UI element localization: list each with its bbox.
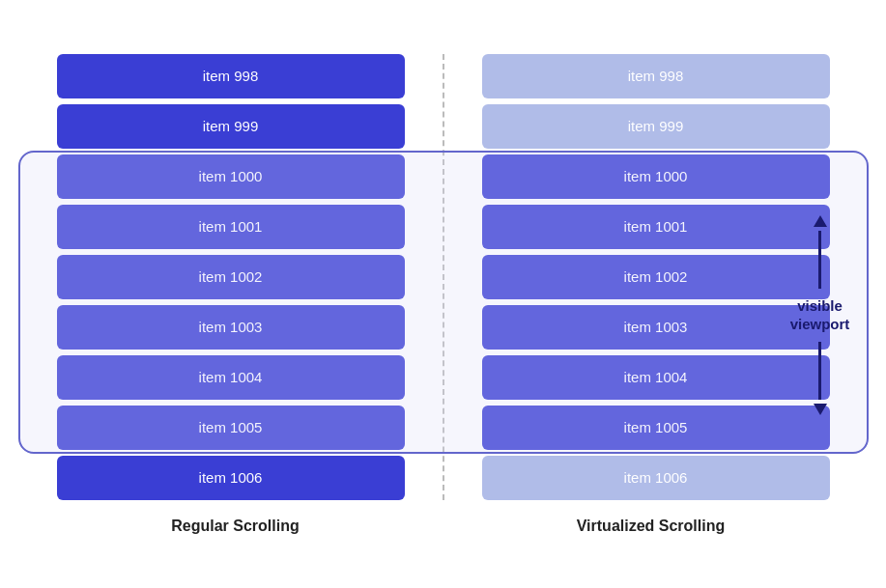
right-item-1002: item 1002 xyxy=(482,255,830,299)
viewport-text: visibleviewport xyxy=(790,296,850,334)
right-item-1001: item 1001 xyxy=(482,205,830,249)
arrow-head-down xyxy=(814,404,827,415)
right-label: Virtualized Scrolling xyxy=(443,518,859,535)
right-item-1004: item 1004 xyxy=(482,355,830,400)
left-item-1004: item 1004 xyxy=(57,355,405,400)
left-item-1006: item 1006 xyxy=(57,456,405,500)
left-column: item 998item 999item 1000item 1001item 1… xyxy=(28,54,443,500)
right-item-1005: item 1005 xyxy=(482,406,830,450)
left-item-999: item 999 xyxy=(57,104,405,149)
left-label: Regular Scrolling xyxy=(28,518,443,535)
left-item-1000: item 1000 xyxy=(57,154,405,199)
right-item-1000: item 1000 xyxy=(482,154,830,199)
labels-row: Regular Scrolling Virtualized Scrolling xyxy=(28,518,859,535)
right-item-1006: item 1006 xyxy=(482,456,830,500)
arrow-down xyxy=(814,342,827,415)
arrow-line-up xyxy=(818,231,821,289)
right-item-998: item 998 xyxy=(482,54,830,98)
left-item-1001: item 1001 xyxy=(57,205,405,249)
right-item-999: item 999 xyxy=(482,104,830,149)
left-item-1005: item 1005 xyxy=(57,406,405,450)
right-item-1003: item 1003 xyxy=(482,305,830,350)
arrow-head-up xyxy=(814,215,827,227)
left-item-1002: item 1002 xyxy=(57,255,405,299)
columns-wrapper: item 998item 999item 1000item 1001item 1… xyxy=(28,54,859,500)
column-divider xyxy=(443,54,444,500)
diagram: item 998item 999item 1000item 1001item 1… xyxy=(28,54,859,535)
arrow-up xyxy=(814,215,827,289)
viewport-label: visibleviewport xyxy=(782,215,859,415)
left-item-1003: item 1003 xyxy=(57,305,405,350)
left-item-998: item 998 xyxy=(57,54,405,98)
arrow-line-down xyxy=(818,342,821,400)
